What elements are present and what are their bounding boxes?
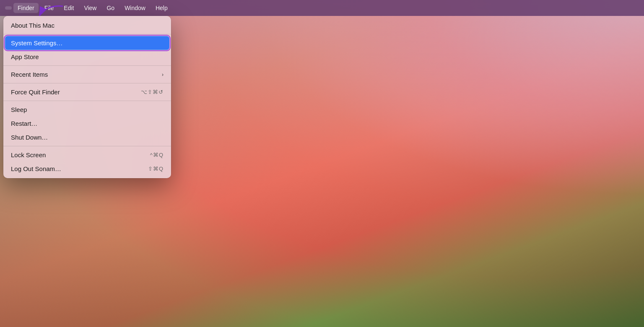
menu-item-force-quit[interactable]: Force Quit Finder ⌥⇧⌘↺ [3, 85, 171, 99]
menubar-help[interactable]: Help [151, 3, 172, 13]
menu-item-label: Recent Items [11, 71, 48, 78]
menu-separator-2 [3, 65, 171, 66]
menu-item-label: Force Quit Finder [11, 88, 60, 96]
menu-item-about-this-mac[interactable]: About This Mac [3, 18, 171, 32]
menu-item-shortcut: ⇧⌘Q [148, 166, 164, 172]
apple-dropdown-menu: About This Mac System Settings… App Stor… [3, 16, 171, 178]
menu-item-system-settings[interactable]: System Settings… [5, 36, 169, 50]
menu-separator-3 [3, 83, 171, 83]
menu-item-app-store[interactable]: App Store [3, 50, 171, 64]
menu-item-lock-screen[interactable]: Lock Screen ^⌘Q [3, 148, 171, 162]
submenu-chevron-icon: › [162, 72, 164, 78]
menu-separator-5 [3, 146, 171, 146]
menu-item-label: App Store [11, 53, 39, 60]
menu-item-label: System Settings… [11, 39, 62, 47]
menu-item-label: Lock Screen [11, 151, 46, 158]
menu-item-log-out[interactable]: Log Out Sonam… ⇧⌘Q [3, 162, 171, 176]
menubar-view[interactable]: View [80, 3, 101, 13]
menubar-window[interactable]: Window [120, 3, 150, 13]
menu-item-label: About This Mac [11, 22, 55, 29]
menu-item-restart[interactable]: Restart… [3, 117, 171, 130]
menu-item-label: Sleep [11, 106, 27, 113]
menubar-file[interactable]: File [40, 3, 58, 13]
menu-item-recent-items[interactable]: Recent Items › [3, 67, 171, 81]
menu-item-shut-down[interactable]: Shut Down… [3, 130, 171, 144]
menubar-finder[interactable]: Finder [13, 3, 39, 13]
menu-item-label: Log Out Sonam… [11, 165, 61, 172]
menubar-edit[interactable]: Edit [60, 3, 78, 13]
menu-separator-4 [3, 101, 171, 101]
menu-item-label: Shut Down… [11, 134, 48, 141]
menu-item-shortcut: ^⌘Q [150, 152, 164, 158]
menubar: Finder File Edit View Go Window Help [0, 0, 644, 16]
menu-item-sleep[interactable]: Sleep [3, 103, 171, 117]
apple-menu-button[interactable] [5, 6, 12, 10]
menu-separator-1 [3, 34, 171, 34]
menu-item-shortcut: ⌥⇧⌘↺ [141, 89, 164, 95]
menu-item-label: Restart… [11, 120, 37, 127]
menubar-go[interactable]: Go [102, 3, 119, 13]
